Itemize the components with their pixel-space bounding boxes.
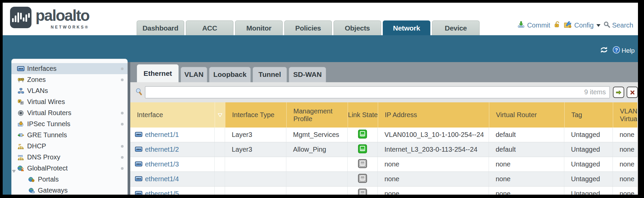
tab-device[interactable]: Device xyxy=(432,20,480,35)
dns-proxy-icon: DNS xyxy=(17,154,25,160)
tab-loopback[interactable]: Loopback xyxy=(209,67,251,82)
config-icon xyxy=(564,21,572,30)
ethernet-port-icon xyxy=(135,131,142,139)
sidebar-item-label: DHCP xyxy=(27,142,46,150)
interfaces-icon xyxy=(17,66,25,71)
drag-dot xyxy=(121,156,124,159)
main-nav-tabs: Dashboard ACC Monitor Policies Objects N… xyxy=(137,20,481,35)
tab-acc[interactable]: ACC xyxy=(186,20,233,35)
link-state-icon[interactable] xyxy=(358,144,367,155)
col-virtual-router[interactable]: Virtual Router xyxy=(489,102,564,128)
tab-tunnel[interactable]: Tunnel xyxy=(253,67,287,82)
col-ip-address[interactable]: IP Address xyxy=(378,102,489,128)
refresh-icon[interactable] xyxy=(599,46,609,55)
drag-dot xyxy=(121,79,124,81)
sort-dropdown-icon[interactable] xyxy=(215,102,225,128)
filter-input[interactable] xyxy=(145,86,610,98)
interface-link[interactable]: ethernet1/1 xyxy=(145,131,179,139)
table-header: Interface Interface Type Management Prof… xyxy=(130,102,638,128)
clear-filter-button[interactable] xyxy=(627,87,638,98)
table-row[interactable]: ethernet1/5 none none Untagged none xyxy=(130,187,638,195)
drag-dot xyxy=(121,67,124,70)
interface-link[interactable]: ethernet1/2 xyxy=(145,146,179,153)
items-count: 9 items xyxy=(584,88,606,96)
sidebar-item-gre-tunnels[interactable]: GRE Tunnels xyxy=(11,130,128,141)
link-state-icon[interactable] xyxy=(358,159,367,170)
secondary-band: ? Help xyxy=(3,35,638,62)
interface-link[interactable]: ethernet1/5 xyxy=(145,190,179,195)
table-row[interactable]: ethernet1/3 none none Untagged none xyxy=(130,157,638,172)
sidebar-item-virtual-routers[interactable]: Virtual Routers xyxy=(11,107,128,118)
sidebar-item-ipsec-tunnels[interactable]: IPSec Tunnels xyxy=(11,118,128,130)
sidebar-item-zones[interactable]: Zones xyxy=(11,74,128,85)
col-interface[interactable]: Interface xyxy=(130,102,215,128)
lock-icon[interactable] xyxy=(553,21,561,30)
tab-policies[interactable]: Policies xyxy=(284,20,332,35)
table-row[interactable]: ethernet1/2 Layer3 Allow_Ping Internet_L… xyxy=(130,142,638,157)
tab-objects[interactable]: Objects xyxy=(334,20,381,35)
interface-link[interactable]: ethernet1/4 xyxy=(145,175,179,183)
sidebar-item-portals[interactable]: Portals xyxy=(11,174,128,185)
sidebar-item-label: Portals xyxy=(38,176,59,183)
scrollbar-gutter[interactable] xyxy=(637,102,638,195)
col-interface-type[interactable]: Interface Type xyxy=(225,102,286,128)
filter-bar: 9 items xyxy=(130,82,638,102)
sidebar-item-label: GlobalProtect xyxy=(27,164,68,172)
apply-filter-button[interactable] xyxy=(613,87,624,98)
sidebar-item-label: Gateways xyxy=(38,187,68,194)
expander-icon[interactable] xyxy=(12,167,16,175)
tab-network[interactable]: Network xyxy=(383,20,430,35)
chevron-down-icon xyxy=(596,24,600,27)
vlans-icon xyxy=(17,88,25,94)
virtual-routers-icon xyxy=(17,110,25,116)
tab-dashboard[interactable]: Dashboard xyxy=(137,20,184,35)
ethernet-port-icon xyxy=(135,175,142,183)
config-dropdown[interactable]: Config xyxy=(564,21,600,30)
tab-sd-wan[interactable]: SD-WAN xyxy=(289,67,326,82)
svg-text:IP: IP xyxy=(19,143,21,146)
screen: paloalto NETWORKS® Dashboard ACC Monitor… xyxy=(0,0,644,198)
link-state-icon[interactable] xyxy=(358,174,367,185)
col-link-state[interactable]: Link State xyxy=(348,102,378,128)
zones-icon xyxy=(17,77,25,83)
dhcp-icon: IP xyxy=(17,143,25,149)
sidebar-item-vlans[interactable]: VLANs xyxy=(11,85,128,96)
table-row[interactable]: ethernet1/4 none none Untagged none xyxy=(130,172,638,187)
help-label: Help xyxy=(622,47,635,54)
col-vlan-virtual-wire[interactable]: VLAN / Virtual Wire xyxy=(613,102,638,128)
config-label: Config xyxy=(574,21,594,29)
search-label: Search xyxy=(612,21,633,29)
drag-dot xyxy=(121,123,124,126)
sidebar-item-label: Virtual Wires xyxy=(27,98,65,106)
col-management-profile[interactable]: Management Profile xyxy=(286,102,348,128)
commit-button[interactable]: Commit xyxy=(517,21,550,30)
sidebar-item-gateways[interactable]: Gateways xyxy=(11,185,128,195)
drag-dot xyxy=(121,145,124,148)
help-icon: ? xyxy=(613,46,620,55)
interface-link[interactable]: ethernet1/3 xyxy=(145,160,179,168)
main-content: Ethernet VLAN Loopback Tunnel SD-WAN 9 i… xyxy=(130,62,638,195)
sidebar-item-dns-proxy[interactable]: DNS DNS Proxy xyxy=(11,152,128,163)
link-state-icon[interactable] xyxy=(358,130,367,140)
sidebar-item-dhcp[interactable]: IP DHCP xyxy=(11,141,128,152)
ethernet-port-icon xyxy=(135,190,142,195)
tab-vlan[interactable]: VLAN xyxy=(181,67,207,82)
sidebar-item-globalprotect[interactable]: GlobalProtect xyxy=(11,163,128,174)
sidebar-item-virtual-wires[interactable]: Virtual Wires xyxy=(11,96,128,107)
col-tag[interactable]: Tag xyxy=(564,102,613,128)
filter-search-icon xyxy=(135,88,142,97)
ipsec-tunnels-icon xyxy=(17,121,25,127)
svg-text:DNS: DNS xyxy=(18,155,23,157)
sidebar-item-label: Zones xyxy=(27,76,46,84)
top-header: paloalto NETWORKS® Dashboard ACC Monitor… xyxy=(3,3,638,35)
table-row[interactable]: ethernet1/1 Layer3 Mgmt_Services VLAN010… xyxy=(130,128,638,142)
help-button[interactable]: ? Help xyxy=(613,46,635,55)
tab-monitor[interactable]: Monitor xyxy=(235,20,283,35)
portals-icon xyxy=(27,177,35,182)
link-state-icon[interactable] xyxy=(358,189,367,195)
tab-ethernet[interactable]: Ethernet xyxy=(137,64,179,82)
sidebar-content-divider[interactable] xyxy=(128,62,130,195)
search-button[interactable]: Search xyxy=(603,21,633,30)
sidebar-item-interfaces[interactable]: Interfaces xyxy=(11,63,128,74)
header-utilities: Commit Config Search xyxy=(517,21,633,30)
